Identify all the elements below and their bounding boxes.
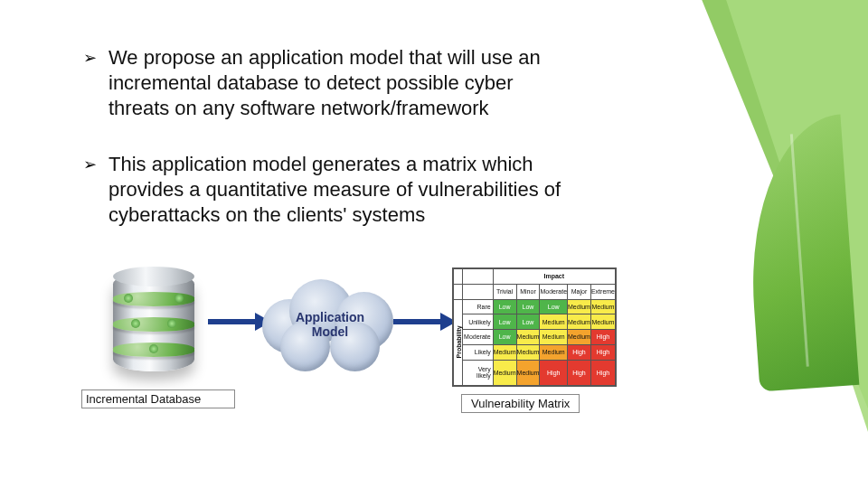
bullet-text: We propose an application model that wil… xyxy=(108,45,562,121)
concept-diagram: Incremental Database Application Model I… xyxy=(81,267,606,448)
bullet-item: ➢ This application model generates a mat… xyxy=(83,152,562,228)
vulnerability-matrix: ImpactTrivialMinorModerateMajorExtremePr… xyxy=(452,267,617,387)
database-label: Incremental Database xyxy=(81,389,235,408)
slide-corner-decoration xyxy=(561,0,868,488)
arrow-right-icon xyxy=(393,313,457,331)
matrix-label: Vulnerability Matrix xyxy=(461,394,580,413)
cloud-label-line1: Application xyxy=(296,310,364,324)
cloud-label-line2: Model xyxy=(312,324,348,339)
bullet-list: ➢ We propose an application model that w… xyxy=(83,45,562,258)
bullet-marker-icon: ➢ xyxy=(83,152,108,228)
bullet-marker-icon: ➢ xyxy=(83,45,108,121)
bullet-text: This application model generates a matri… xyxy=(108,152,562,228)
database-icon xyxy=(99,267,208,385)
bullet-item: ➢ We propose an application model that w… xyxy=(83,45,562,121)
cloud-icon: Application Model xyxy=(262,272,398,371)
